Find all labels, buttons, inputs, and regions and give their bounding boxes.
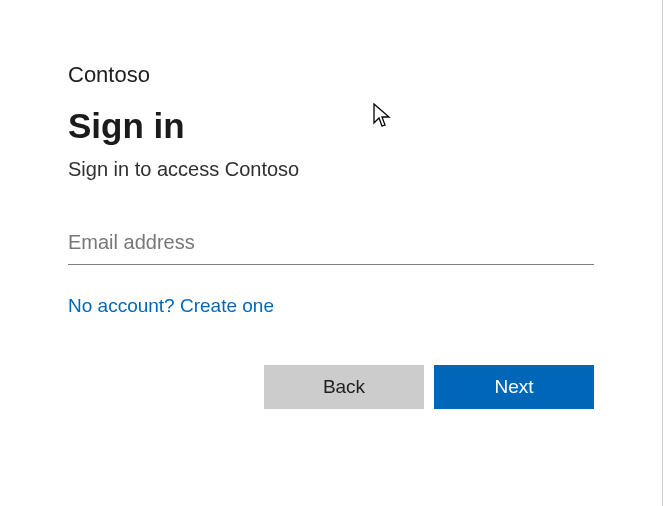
page-subtitle: Sign in to access Contoso — [68, 158, 594, 181]
button-row: Back Next — [68, 365, 594, 409]
back-button[interactable]: Back — [264, 365, 424, 409]
email-input[interactable] — [68, 227, 594, 265]
page-title: Sign in — [68, 106, 594, 146]
signin-panel: Contoso Sign in Sign in to access Contos… — [0, 0, 663, 506]
next-button[interactable]: Next — [434, 365, 594, 409]
create-account-link[interactable]: No account? Create one — [68, 295, 274, 317]
brand-name: Contoso — [68, 62, 594, 88]
